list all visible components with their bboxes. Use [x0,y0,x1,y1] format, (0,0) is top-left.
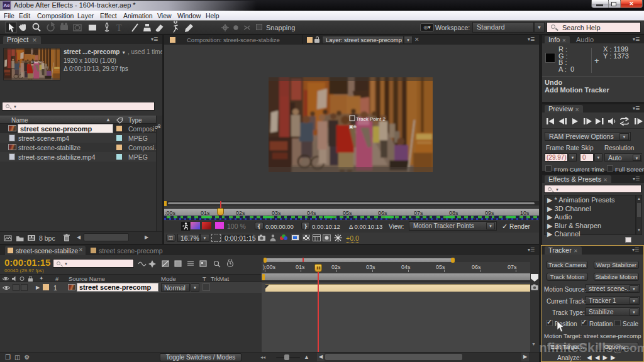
svg-text:T: T [116,23,122,33]
